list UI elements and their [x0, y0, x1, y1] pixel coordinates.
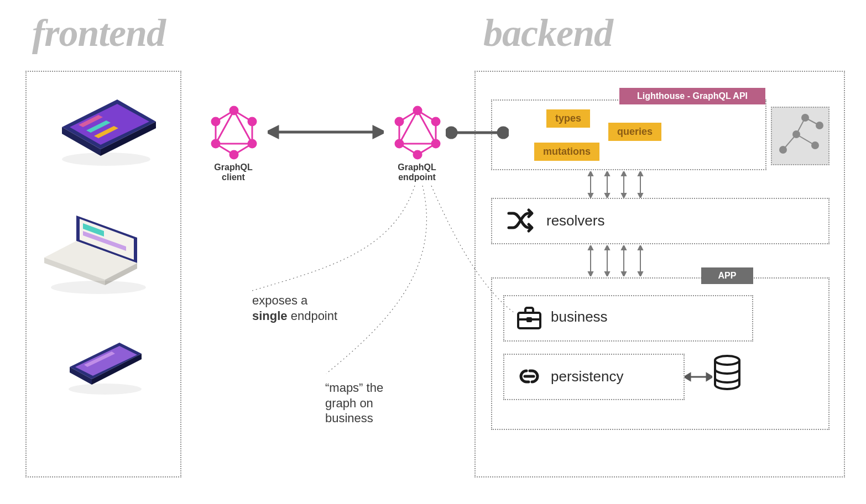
svg-point-98 [69, 384, 142, 395]
maps-annotation: “maps” the graph on business [325, 380, 383, 426]
graphql-client-label: GraphQL client [200, 162, 267, 182]
svg-point-67 [432, 118, 440, 125]
frontend-heading: frontend [32, 11, 165, 55]
svg-marker-16 [707, 374, 712, 380]
svg-marker-31 [588, 272, 593, 276]
svg-point-76 [498, 128, 508, 138]
svg-point-53 [212, 140, 220, 148]
tablet-device-icon [45, 94, 161, 177]
resolvers-label: resolvers [546, 212, 604, 229]
svg-point-13 [715, 356, 739, 365]
callout-maps-curve [321, 186, 520, 379]
mutations-tag: mutations [534, 143, 599, 161]
maps-line3: business [325, 411, 373, 425]
svg-marker-21 [605, 171, 609, 176]
graphql-endpoint-label-2: endpoint [398, 172, 436, 182]
svg-marker-73 [374, 127, 384, 137]
svg-marker-22 [605, 193, 609, 198]
svg-point-65 [414, 107, 421, 114]
phone-device-icon [59, 336, 158, 408]
graphql-endpoint-label: GraphQL endpoint [384, 162, 450, 182]
svg-point-92 [51, 281, 146, 294]
client-endpoint-arrow [268, 124, 384, 140]
svg-point-5 [793, 131, 800, 138]
svg-point-51 [212, 118, 220, 125]
svg-marker-19 [588, 193, 593, 198]
svg-point-52 [248, 118, 256, 125]
svg-point-68 [395, 140, 403, 148]
laptop-device-icon [43, 204, 165, 298]
api-resolvers-arrows [585, 171, 657, 198]
endpoint-backend-connector [446, 126, 509, 139]
svg-marker-72 [268, 127, 278, 137]
exposes-bold: single [252, 309, 288, 323]
graphql-endpoint-icon [393, 105, 442, 160]
svg-marker-33 [605, 245, 609, 250]
exposes-line1: exposes a [252, 293, 307, 307]
backend-heading: backend [483, 11, 613, 55]
svg-marker-40 [638, 272, 643, 276]
svg-point-54 [248, 140, 256, 148]
resolvers-app-arrows [585, 245, 657, 276]
svg-marker-25 [622, 193, 626, 198]
lighthouse-tag: Lighthouse - GraphQL API [619, 88, 765, 104]
database-icon [711, 354, 743, 393]
svg-point-50 [230, 107, 238, 114]
svg-point-4 [780, 146, 786, 153]
svg-point-7 [816, 122, 823, 129]
svg-marker-37 [622, 272, 626, 276]
graph-icon [771, 107, 830, 165]
graphql-endpoint-label-1: GraphQL [398, 162, 436, 172]
queries-tag: queries [608, 123, 661, 141]
svg-point-66 [395, 118, 403, 125]
svg-marker-39 [638, 245, 643, 250]
business-label: business [551, 308, 608, 326]
app-tag: APP [701, 267, 753, 284]
graphql-client-label-1: GraphQL [214, 162, 252, 172]
svg-marker-28 [638, 193, 643, 198]
graphql-client-label-2: client [222, 172, 245, 182]
svg-marker-34 [605, 272, 609, 276]
svg-marker-18 [588, 171, 593, 176]
svg-point-6 [802, 114, 808, 121]
resolvers-box [491, 198, 830, 244]
graphql-client-icon [209, 105, 259, 160]
svg-marker-27 [638, 171, 643, 176]
svg-point-8 [812, 142, 818, 149]
svg-point-55 [230, 151, 238, 159]
persistency-label: persistency [551, 368, 624, 385]
svg-marker-30 [588, 245, 593, 250]
svg-marker-24 [622, 171, 626, 176]
svg-point-75 [446, 128, 456, 138]
svg-point-69 [432, 140, 440, 148]
svg-marker-15 [685, 374, 690, 380]
types-tag: types [546, 109, 590, 128]
maps-line1: “maps” the [325, 381, 383, 395]
persistency-db-arrow [685, 369, 712, 385]
svg-point-84 [62, 153, 150, 166]
svg-point-70 [414, 151, 421, 159]
svg-marker-36 [622, 245, 626, 250]
maps-line2: graph on [325, 396, 373, 410]
svg-rect-11 [528, 318, 531, 321]
